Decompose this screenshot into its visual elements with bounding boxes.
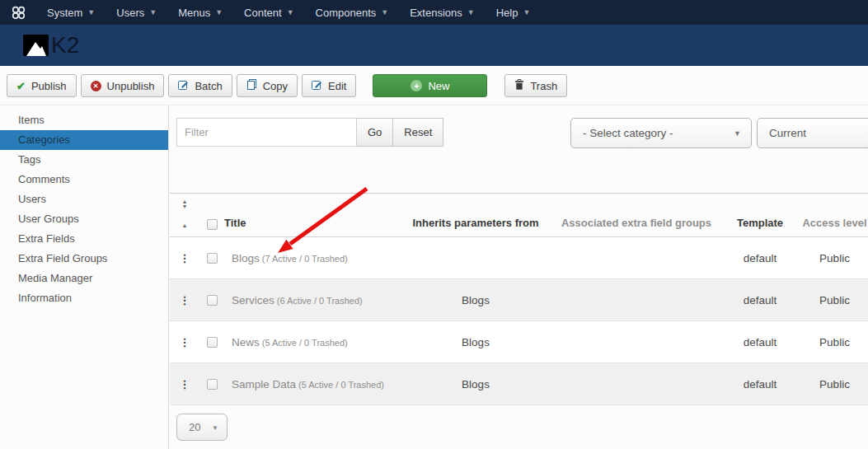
column-header-title[interactable]: Title	[224, 217, 397, 238]
trash-label: Trash	[530, 80, 557, 92]
sort-ascending-icon[interactable]: ▲	[182, 222, 188, 228]
sidebar-item-comments[interactable]: Comments	[0, 170, 168, 189]
page-size-select[interactable]: 20 ▼	[176, 414, 228, 441]
chevron-down-icon: ▼	[87, 9, 95, 16]
toolbar: ✔ Publish ✕ Unpublish Batch Copy Edit + …	[0, 66, 868, 105]
select-all-checkbox[interactable]	[207, 219, 218, 230]
page-size-value: 20	[189, 421, 200, 433]
nav-item-system[interactable]: System▼	[36, 0, 106, 25]
category-filter-select[interactable]: - Select category - ▼	[570, 118, 752, 148]
column-header-associated: Associated extra field groups	[554, 217, 719, 238]
categories-table: ▲▼ ▲ Title Inherits parameters from Asso…	[170, 193, 868, 405]
template-cell: default	[719, 294, 801, 306]
trash-button[interactable]: Trash	[504, 74, 567, 97]
edit-label: Edit	[328, 80, 346, 92]
row-checkbox[interactable]	[207, 337, 218, 348]
nav-item-label: Components	[316, 7, 377, 19]
template-cell: default	[719, 336, 801, 348]
drag-handle-icon[interactable]: ⋮	[170, 296, 199, 305]
nav-item-extensions[interactable]: Extensions▼	[399, 0, 486, 25]
column-header-inherits: Inherits parameters from	[397, 217, 554, 238]
brand-title: K2	[51, 32, 79, 58]
drag-handle-icon[interactable]: ⋮	[170, 338, 199, 347]
sidebar-item-users[interactable]: Users	[0, 189, 168, 209]
sidebar-item-tags[interactable]: Tags	[0, 150, 168, 170]
publish-button[interactable]: ✔ Publish	[7, 74, 77, 97]
sort-updown-icon[interactable]: ▲▼	[182, 199, 188, 209]
category-title-link[interactable]: Blogs	[232, 252, 260, 264]
drag-handle-icon[interactable]: ⋮	[170, 254, 199, 263]
category-count: (5 Active / 0 Trashed)	[298, 380, 384, 390]
sidebar-item-extra-fields[interactable]: Extra Fields	[0, 229, 168, 249]
nav-item-menus[interactable]: Menus▼	[167, 0, 233, 25]
table-row-sample-data: ⋮ Sample Data(5 Active / 0 Trashed) Blog…	[170, 363, 868, 405]
chevron-down-icon: ▼	[215, 9, 223, 16]
inherits-cell: Blogs	[397, 378, 554, 391]
current-filter-value: Current	[769, 127, 806, 139]
batch-label: Batch	[195, 80, 222, 92]
table-row-services: ⋮ Services(6 Active / 0 Trashed) Blogs d…	[170, 279, 868, 321]
chevron-down-icon: ▼	[734, 119, 741, 149]
nav-item-content[interactable]: Content▼	[233, 0, 304, 25]
edit-button[interactable]: Edit	[302, 74, 356, 97]
sidebar-item-extra-field-groups[interactable]: Extra Field Groups	[0, 249, 168, 269]
batch-button[interactable]: Batch	[168, 74, 232, 97]
unpublish-label: Unpublish	[107, 80, 155, 92]
sidebar-item-categories[interactable]: Categories	[0, 130, 168, 150]
pencil-square-icon	[312, 79, 322, 92]
nav-item-label: Extensions	[410, 7, 462, 19]
joomla-logo-icon[interactable]	[12, 6, 26, 20]
plus-circle-icon: +	[411, 80, 422, 91]
trash-icon	[514, 79, 524, 92]
new-label: New	[428, 80, 449, 92]
access-cell: Public	[801, 252, 868, 264]
filter-reset-button[interactable]: Reset	[393, 118, 443, 147]
k2-categories-page: System▼ Users▼ Menus▼ Content▼ Component…	[0, 0, 868, 449]
category-title-link[interactable]: News	[232, 336, 260, 348]
category-filter-value: - Select category -	[583, 127, 673, 139]
inherits-cell: Blogs	[397, 294, 554, 306]
nav-item-label: Menus	[178, 7, 210, 19]
filter-group: Go Reset	[176, 118, 443, 147]
sidebar-item-media-manager[interactable]: Media Manager	[0, 269, 168, 288]
category-title-link[interactable]: Sample Data	[232, 378, 296, 391]
category-count: (6 Active / 0 Trashed)	[277, 296, 363, 306]
table-row-news: ⋮ News(5 Active / 0 Trashed) Blogs defau…	[170, 321, 868, 363]
nav-item-help[interactable]: Help▼	[486, 0, 542, 25]
chevron-down-icon: ▼	[212, 414, 218, 442]
main-content: Go Reset - Select category - ▼ Current ▲…	[170, 105, 868, 449]
current-filter-select[interactable]: Current	[757, 118, 868, 148]
table-header-row: ▲▼ ▲ Title Inherits parameters from Asso…	[170, 193, 868, 237]
publish-label: Publish	[31, 80, 67, 92]
row-checkbox[interactable]	[207, 379, 218, 390]
pencil-square-icon	[178, 79, 189, 92]
nav-item-label: Content	[244, 7, 282, 19]
inherits-cell: Blogs	[397, 336, 554, 348]
row-checkbox[interactable]	[207, 253, 218, 264]
template-cell: default	[719, 252, 801, 264]
nav-item-users[interactable]: Users▼	[106, 0, 167, 25]
copy-button[interactable]: Copy	[237, 74, 298, 97]
column-header-template: Template	[719, 217, 801, 238]
nav-item-components[interactable]: Components▼	[305, 0, 400, 25]
unpublish-button[interactable]: ✕ Unpublish	[81, 74, 165, 97]
row-checkbox[interactable]	[207, 295, 218, 306]
k2-brand-bar: K2	[0, 25, 868, 66]
ordering-column-header: ▲▼ ▲	[170, 194, 199, 238]
category-title-link[interactable]: Services	[232, 294, 274, 306]
nav-item-label: System	[47, 7, 82, 19]
copy-label: Copy	[263, 80, 288, 92]
drag-handle-icon[interactable]: ⋮	[170, 380, 199, 389]
chevron-down-icon: ▼	[149, 9, 157, 16]
template-cell: default	[719, 378, 801, 391]
table-row-blogs: ⋮ Blogs(7 Active / 0 Trashed) default Pu…	[170, 237, 868, 279]
sidebar-item-user-groups[interactable]: User Groups	[0, 209, 168, 229]
chevron-down-icon: ▼	[287, 9, 294, 16]
sidebar-item-items[interactable]: Items	[0, 110, 168, 130]
filter-go-button[interactable]: Go	[357, 118, 393, 147]
new-button[interactable]: + New	[373, 74, 487, 97]
category-count: (5 Active / 0 Trashed)	[262, 338, 348, 348]
filter-search-input[interactable]	[176, 118, 357, 147]
sidebar-item-information[interactable]: Information	[0, 288, 168, 308]
access-cell: Public	[801, 294, 868, 306]
